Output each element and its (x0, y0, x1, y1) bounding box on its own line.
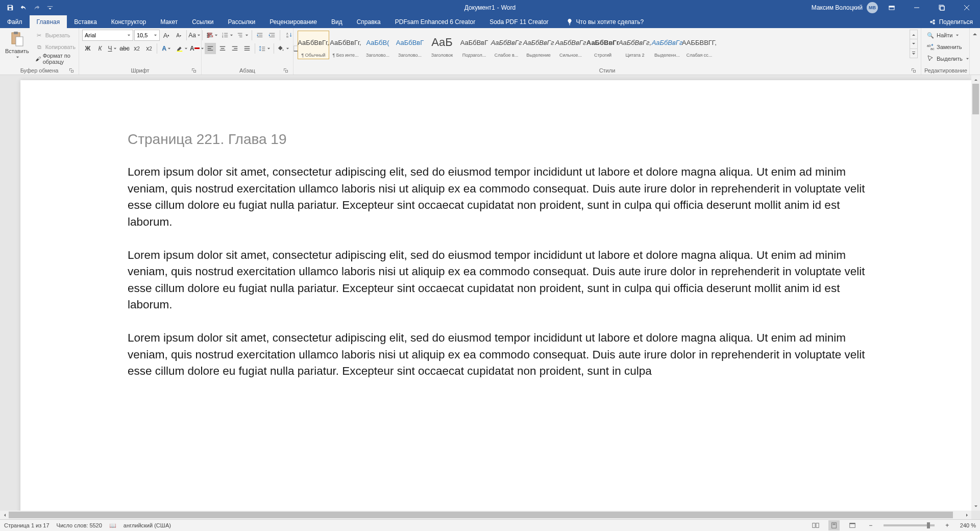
copy-button[interactable]: ⧉Копировать (33, 41, 78, 53)
style-item[interactable]: ААББВВГГ,Слабая сс... (683, 31, 715, 59)
gallery-down-button[interactable] (910, 39, 917, 49)
heading-text[interactable]: Страница 221. Глава 19 (128, 131, 879, 148)
underline-button[interactable]: Ч (107, 43, 118, 54)
style-item[interactable]: АаБбВвГг,¶ Без инте... (330, 31, 361, 59)
justify-button[interactable] (241, 43, 253, 54)
share-button[interactable]: Поделиться (922, 18, 980, 26)
styles-gallery[interactable]: АаБбВвГг,¶ ОбычныйАаБбВвГг,¶ Без инте...… (297, 30, 908, 60)
tab-mailings[interactable]: Рассылки (220, 15, 262, 28)
highlight-button[interactable] (175, 43, 189, 54)
undo-button[interactable] (17, 2, 30, 14)
zoom-slider[interactable] (884, 524, 935, 526)
horizontal-scrollbar[interactable] (0, 511, 971, 519)
tab-soda[interactable]: Soda PDF 11 Creator (482, 15, 555, 28)
gallery-up-button[interactable] (910, 30, 917, 39)
style-item[interactable]: АаБбВ(Заголово... (362, 31, 394, 59)
format-painter-button[interactable]: 🖌Формат по образцу (33, 53, 78, 64)
dialog-launcher-icon[interactable] (68, 67, 75, 74)
select-button[interactable]: Выделить (924, 53, 971, 64)
maximize-button[interactable] (930, 0, 953, 15)
paragraph-text[interactable]: Lorem ipsum dolor sit amet, consectetur … (128, 164, 879, 231)
tab-pdfsam[interactable]: PDFsam Enhanced 6 Creator (388, 15, 482, 28)
cut-button[interactable]: ✂Вырезать (33, 30, 78, 41)
style-item[interactable]: АаБбВвГгСлабое в... (491, 31, 522, 59)
italic-button[interactable]: К (94, 43, 106, 54)
paragraph-text[interactable]: Lorem ipsum dolor sit amet, consectetur … (128, 247, 879, 314)
style-item[interactable]: АаБбВвГгСильное... (555, 31, 586, 59)
minimize-button[interactable] (905, 0, 928, 15)
web-layout-button[interactable] (847, 520, 858, 530)
font-name-select[interactable]: Arial (82, 30, 133, 41)
gallery-more-button[interactable] (910, 49, 917, 58)
tab-layout[interactable]: Макет (153, 15, 185, 28)
paragraph-text[interactable]: Lorem ipsum dolor sit amet, consectetur … (128, 330, 879, 380)
replace-button[interactable]: abacЗаменить (924, 41, 964, 53)
style-item[interactable]: АаБбВвГг,Цитата 2 (619, 31, 651, 59)
read-mode-button[interactable] (810, 520, 821, 530)
spell-check-icon[interactable]: 📖 (109, 522, 116, 529)
word-count[interactable]: Число слов: 5520 (57, 522, 102, 528)
page[interactable]: Страница 221. Глава 19 Lorem ipsum dolor… (20, 80, 971, 511)
avatar[interactable]: МВ (867, 2, 878, 13)
bullets-button[interactable] (205, 30, 219, 41)
tab-file[interactable]: Файл (0, 15, 30, 28)
vertical-scrollbar[interactable] (971, 75, 980, 511)
save-button[interactable] (4, 2, 16, 14)
style-item[interactable]: АаБбВвГг,¶ Обычный (298, 31, 329, 59)
paste-button[interactable]: Вставить (3, 30, 31, 61)
tab-home[interactable]: Главная (30, 15, 67, 28)
zoom-level[interactable]: 240 % (960, 522, 976, 528)
close-button[interactable] (955, 0, 978, 15)
style-item[interactable]: АаБбВвГгВыделенн... (651, 31, 683, 59)
change-case-button[interactable]: Aa (189, 30, 200, 41)
tab-design[interactable]: Конструктор (104, 15, 153, 28)
style-item[interactable]: АаБбВвГПодзагол... (458, 31, 490, 59)
superscript-button[interactable]: x2 (143, 43, 155, 54)
tab-review[interactable]: Рецензирование (262, 15, 324, 28)
tab-help[interactable]: Справка (350, 15, 388, 28)
shrink-font-button[interactable]: A▾ (173, 30, 184, 41)
scroll-thumb[interactable] (972, 84, 979, 114)
scroll-down-button[interactable] (971, 502, 980, 511)
line-spacing-button[interactable] (257, 43, 272, 54)
collapse-ribbon-button[interactable] (970, 28, 980, 75)
grow-font-button[interactable]: A▴ (161, 30, 172, 41)
language-indicator[interactable]: английский (США) (124, 522, 171, 528)
zoom-out-button[interactable]: − (865, 520, 876, 531)
align-center-button[interactable] (217, 43, 228, 54)
tab-references[interactable]: Ссылки (185, 15, 220, 28)
align-left-button[interactable] (205, 43, 216, 54)
decrease-indent-button[interactable] (254, 30, 265, 41)
shading-button[interactable] (276, 43, 290, 54)
style-item[interactable]: АаБЗаголовок (426, 31, 458, 59)
page-indicator[interactable]: Страница 1 из 17 (4, 522, 50, 528)
dialog-launcher-icon[interactable] (911, 67, 917, 74)
zoom-in-button[interactable]: + (942, 520, 953, 531)
dialog-launcher-icon[interactable] (191, 67, 197, 74)
subscript-button[interactable]: x2 (131, 43, 142, 54)
scroll-left-button[interactable] (0, 511, 9, 519)
tab-insert[interactable]: Вставка (67, 15, 104, 28)
text-effects-button[interactable]: A (159, 43, 174, 54)
numbering-button[interactable]: 123 (220, 30, 234, 41)
style-item[interactable]: АаБбВвГЗаголово... (394, 31, 426, 59)
multilevel-list-button[interactable] (235, 30, 250, 41)
bold-button[interactable]: Ж (82, 43, 93, 54)
print-layout-button[interactable] (828, 520, 840, 530)
strikethrough-button[interactable]: abc (119, 43, 130, 54)
align-right-button[interactable] (229, 43, 240, 54)
style-item[interactable]: АаБбВвГгСтрогий (587, 31, 619, 59)
redo-button[interactable] (31, 2, 43, 14)
style-item[interactable]: АаБбВвГгВыделение (523, 31, 554, 59)
tell-me-search[interactable]: Что вы хотите сделать? (566, 18, 644, 26)
tab-view[interactable]: Вид (324, 15, 350, 28)
zoom-handle[interactable] (927, 522, 930, 528)
document-area[interactable]: Страница 221. Глава 19 Lorem ipsum dolor… (0, 75, 971, 511)
scroll-up-button[interactable] (971, 75, 980, 84)
scroll-right-button[interactable] (963, 511, 971, 519)
font-size-select[interactable]: 10,5 (134, 30, 160, 41)
find-button[interactable]: 🔍Найти (924, 30, 961, 41)
ribbon-display-button[interactable] (880, 0, 903, 15)
qat-customize-button[interactable] (44, 2, 56, 14)
increase-indent-button[interactable] (266, 30, 278, 41)
